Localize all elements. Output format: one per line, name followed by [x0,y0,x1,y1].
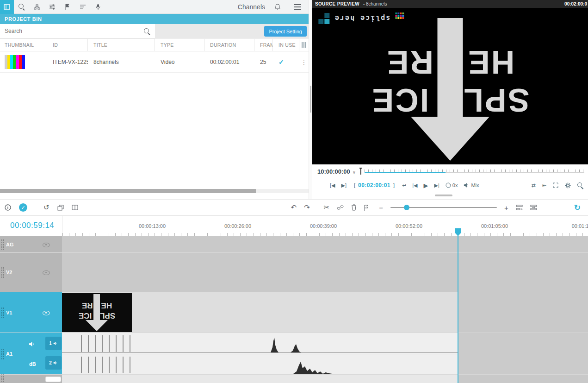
preview-scrub-bar[interactable] [360,164,585,178]
zoom-slider-knob[interactable] [404,205,409,210]
speed-control[interactable]: 0x [446,182,458,188]
ruler-label: 00:01:05:00 [481,223,508,229]
column-chooser-button[interactable] [299,39,309,51]
sync-refresh-button[interactable]: ↻ [574,203,581,213]
redo-button[interactable]: ↷ [304,203,310,212]
track-header-ag[interactable]: AG [0,236,62,252]
search-input[interactable] [0,24,155,38]
video-clip-8channels[interactable]: SPL ICE HE RE [62,293,132,332]
word-here: HE RE [82,301,112,309]
mic-button[interactable] [90,0,105,14]
sort-lines-icon [80,5,86,9]
zoom-button[interactable] [577,182,583,188]
mark-out-button[interactable]: ] [393,182,395,188]
drag-handle-dots[interactable] [1,267,5,278]
column-header-type[interactable]: TYPE [155,39,204,51]
mark-in-button[interactable]: [ [354,182,355,188]
resize-handle[interactable] [435,195,452,196]
track-options-button[interactable] [530,205,537,210]
fullscreen-button[interactable] [553,182,558,188]
project-setting-button[interactable]: Project Setting [264,26,307,37]
audio-mix-control[interactable]: Mix [464,182,479,188]
video-viewport[interactable]: splice here SPL ICE HE RE [312,8,588,164]
framerate-cell: 25 [254,51,273,72]
marker-button[interactable] [364,205,369,211]
drag-handle-dots[interactable] [1,239,5,250]
search-icon[interactable] [144,28,150,35]
track-header-v2[interactable]: V2 [0,253,62,292]
ruler-label: 00:00:26:00 [224,223,251,229]
track-body-v2[interactable] [62,253,588,292]
playhead-line[interactable] [458,236,458,383]
audio-channel-1-button[interactable]: 1 [45,337,62,350]
drag-handle-dots[interactable] [1,373,5,383]
bin-horizontal-scrollbar[interactable] [0,189,309,193]
sliders-button[interactable] [44,0,60,14]
panel-layout-button[interactable] [0,0,14,14]
drag-handle-dots[interactable] [1,348,5,359]
layers-button[interactable] [57,205,64,211]
column-header-id[interactable]: ID [47,39,88,51]
jump-to-out-button[interactable]: ▶] [341,182,347,188]
chevron-down-icon[interactable]: ∨ [353,170,356,175]
track-header-v1[interactable]: V1 [0,292,62,333]
column-header-inuse[interactable]: IN USE [273,39,299,51]
track-body-a1[interactable] [62,333,588,374]
swap-source-button[interactable]: ⇄ [532,182,536,188]
column-header-title[interactable]: TITLE [88,39,155,51]
visibility-eye-icon[interactable] [43,241,50,248]
play-button[interactable]: ▶ [423,182,428,189]
track-header-a1[interactable]: A1 dB 1 2 [0,333,62,374]
unlink-button[interactable] [337,204,344,211]
track-header-a2[interactable] [0,375,62,383]
drag-handle-dots[interactable] [1,307,5,318]
audio-channel-2-button[interactable]: 2 [45,356,62,370]
flag-button[interactable] [60,0,75,14]
add-track-button[interactable] [516,205,523,210]
panel-divider[interactable] [309,0,312,199]
column-header-duration[interactable]: DURATION [204,39,254,51]
zoom-in-button[interactable]: + [504,204,508,212]
history-button[interactable]: ↺ [43,203,50,212]
track-body-ag[interactable] [62,236,588,252]
prev-frame-button[interactable]: |◀ [412,182,417,188]
a2-control-box[interactable] [45,377,61,382]
track-body-v1[interactable]: SPL ICE HE RE [62,292,588,333]
next-frame-button[interactable]: ▶| [434,182,439,188]
sort-button[interactable] [75,0,90,14]
track-mute-button[interactable] [29,341,35,347]
info-button[interactable] [5,204,11,211]
column-header-framerate[interactable]: FRAM [254,39,273,51]
timeline-ruler[interactable]: 00:00:13:00 00:00:26:00 00:00:39:00 00:0… [62,216,588,236]
delete-button[interactable] [351,204,357,211]
visibility-eye-icon[interactable] [43,309,50,316]
word-here-right: RE [386,46,433,78]
search-button[interactable] [14,0,29,14]
main-menu-button[interactable] [290,0,305,14]
zoom-out-button[interactable]: − [379,204,383,212]
scrollbar-handle[interactable] [0,189,256,193]
scrub-caret[interactable] [360,168,361,175]
vertical-scrollbar-handle[interactable] [310,86,311,113]
track-body-a2[interactable] [62,375,588,383]
audio-lane-2[interactable] [62,354,588,374]
cut-button[interactable]: ✂ [324,203,330,212]
column-header-thumbnail[interactable]: THUMBNAIL [0,39,47,51]
waveform-channel-2 [62,354,588,374]
scrub-timecode[interactable]: 10:00:00:00 [317,168,350,175]
insert-at-start-button[interactable]: ⇤ [542,182,546,188]
split-view-button[interactable] [72,205,78,210]
workflow-button[interactable] [29,0,44,14]
audio-lane-1[interactable] [62,333,588,354]
visibility-eye-icon[interactable] [43,269,50,276]
jump-to-in-button[interactable]: [◀ [330,182,335,188]
timeline-zoom-slider[interactable] [390,207,497,208]
loop-button[interactable]: ↩ [402,182,406,188]
undo-button[interactable]: ↶ [291,203,297,212]
db-label[interactable]: dB [29,361,36,367]
notifications-button[interactable] [270,0,285,14]
table-row[interactable]: ITEM-VX-1225 8channels Video 00:02:00:01… [0,51,309,73]
approve-button[interactable]: ✓ [19,203,27,212]
row-menu-button[interactable]: ⋮ [299,51,309,72]
settings-button[interactable] [565,182,571,188]
